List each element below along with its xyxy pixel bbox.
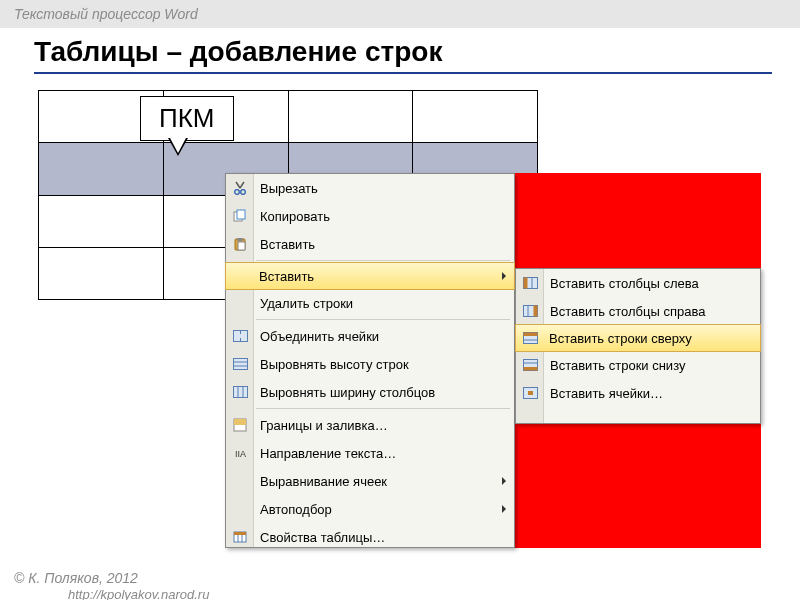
menu-item-copy[interactable]: Копировать (226, 202, 514, 230)
menu-label: Вставить строки снизу (550, 358, 685, 373)
menu-item-cut[interactable]: Вырезать (226, 174, 514, 202)
menu-separator (256, 319, 510, 320)
merge-cells-icon (231, 327, 249, 345)
menu-label: Свойства таблицы… (260, 530, 385, 545)
svg-rect-3 (237, 210, 245, 219)
menu-label: Направление текста… (260, 446, 396, 461)
menu-separator (256, 408, 510, 409)
menu-label: Вставить столбцы справа (550, 304, 705, 319)
svg-text:IIA: IIA (235, 449, 246, 459)
menu-label: Вставить (259, 269, 314, 284)
svg-rect-17 (234, 419, 246, 425)
menu-item-delete-rows[interactable]: Удалить строки (226, 289, 514, 317)
rmb-callout: ПКМ (140, 96, 234, 141)
menu-item-table-props[interactable]: Свойства таблицы… (226, 523, 514, 551)
menu-label: Выровнять высоту строк (260, 357, 409, 372)
menu-label: Вырезать (260, 181, 318, 196)
insert-submenu: Вставить столбцы слева Вставить столбцы … (515, 268, 761, 424)
table-row (39, 91, 538, 143)
svg-point-0 (235, 190, 240, 195)
svg-rect-5 (238, 242, 245, 250)
svg-rect-33 (523, 367, 537, 371)
menu-label: Вставить (260, 237, 315, 252)
menu-item-autofit[interactable]: Автоподбор (226, 495, 514, 523)
menu-label: Вставить строки сверху (549, 331, 692, 346)
borders-icon (231, 416, 249, 434)
menu-label: Вставить ячейки… (550, 386, 663, 401)
menu-label: Объединить ячейки (260, 329, 379, 344)
svg-rect-10 (233, 359, 247, 370)
submenu-item-cols-right[interactable]: Вставить столбцы справа (516, 297, 760, 325)
submenu-item-cells[interactable]: Вставить ячейки… (516, 379, 760, 407)
chevron-right-icon (502, 272, 506, 280)
svg-rect-27 (533, 306, 537, 317)
page-title: Таблицы – добавление строк (34, 36, 800, 68)
submenu-item-cols-left[interactable]: Вставить столбцы слева (516, 269, 760, 297)
svg-point-1 (241, 190, 246, 195)
menu-label: Вставить столбцы слева (550, 276, 699, 291)
menu-label: Выровнять ширину столбцов (260, 385, 435, 400)
menu-label: Границы и заливка… (260, 418, 388, 433)
cut-icon (231, 179, 249, 197)
menu-item-distribute-cols[interactable]: Выровнять ширину столбцов (226, 378, 514, 406)
svg-rect-20 (234, 532, 246, 535)
paste-icon (231, 235, 249, 253)
chevron-right-icon (502, 505, 506, 513)
copy-icon (231, 207, 249, 225)
insert-cols-left-icon (521, 274, 539, 292)
svg-rect-6 (237, 238, 243, 241)
footer-author: © К. Поляков, 2012 (14, 570, 138, 586)
text-direction-icon: IIA (231, 444, 249, 462)
distribute-rows-icon (231, 355, 249, 373)
menu-label: Выравнивание ячеек (260, 474, 387, 489)
app-title: Текстовый процессор Word (0, 0, 800, 28)
slide: Таблицы – добавление строк ПКМ Вырезать (0, 28, 800, 600)
table-props-icon (231, 528, 249, 546)
menu-item-merge-cells[interactable]: Объединить ячейки (226, 322, 514, 350)
chevron-right-icon (502, 477, 506, 485)
menu-item-cell-alignment[interactable]: Выравнивание ячеек (226, 467, 514, 495)
menu-label: Удалить строки (260, 296, 353, 311)
svg-rect-30 (523, 333, 537, 337)
submenu-item-rows-below[interactable]: Вставить строки снизу (516, 351, 760, 379)
highlight-block (515, 173, 761, 268)
insert-cells-icon (521, 384, 539, 402)
submenu-item-rows-above[interactable]: Вставить строки сверху (515, 324, 761, 352)
svg-rect-36 (528, 391, 533, 395)
menu-item-borders[interactable]: Границы и заливка… (226, 411, 514, 439)
svg-rect-24 (523, 278, 527, 289)
title-underline (34, 72, 772, 74)
insert-rows-above-icon (521, 329, 539, 347)
menu-item-paste[interactable]: Вставить (226, 230, 514, 258)
menu-separator (256, 260, 510, 261)
context-menu: Вырезать Копировать Вставить Вставить (225, 173, 515, 548)
menu-item-distribute-rows[interactable]: Выровнять высоту строк (226, 350, 514, 378)
svg-rect-13 (233, 387, 247, 398)
insert-rows-below-icon (521, 356, 539, 374)
menu-item-text-direction[interactable]: IIA Направление текста… (226, 439, 514, 467)
distribute-cols-icon (231, 383, 249, 401)
footer-url: http://kpolyakov.narod.ru (68, 587, 209, 600)
insert-cols-right-icon (521, 302, 539, 320)
rmb-label: ПКМ (140, 96, 234, 141)
menu-label: Автоподбор (260, 502, 332, 517)
menu-label: Копировать (260, 209, 330, 224)
menu-item-insert[interactable]: Вставить (225, 262, 515, 290)
